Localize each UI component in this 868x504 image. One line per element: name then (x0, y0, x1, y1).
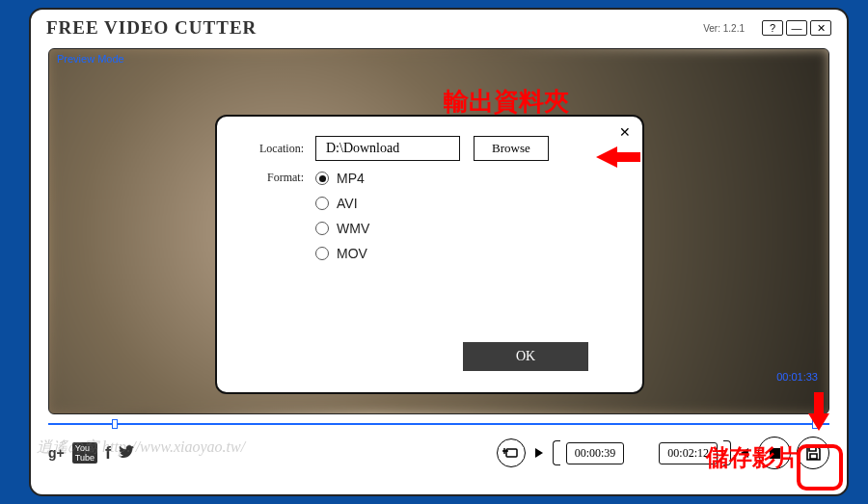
radio-icon (315, 172, 329, 185)
play-forward-icon[interactable] (535, 448, 543, 458)
location-input[interactable]: D:\Download (315, 136, 460, 161)
radio-icon (315, 247, 329, 260)
stop-icon (770, 448, 780, 459)
add-clip-button[interactable] (497, 438, 526, 467)
minimize-button[interactable]: — (786, 20, 807, 36)
end-time-input[interactable]: 00:02:12 (659, 442, 718, 464)
about-button[interactable]: ? (762, 20, 783, 36)
svg-rect-0 (506, 449, 517, 457)
bracket-close-icon (723, 440, 731, 465)
timeline-end-handle[interactable] (812, 419, 818, 429)
format-label: Format: (238, 171, 315, 185)
start-time-input[interactable]: 00:00:39 (566, 442, 625, 464)
close-button[interactable]: ✕ (810, 20, 831, 36)
video-preview-area: Preview Mode ✕ Location: D:\Download Bro… (48, 48, 829, 414)
app-window: FREE VIDEO CUTTER Ver: 1.2.1 ? — ✕ Previ… (29, 8, 849, 496)
titlebar: FREE VIDEO CUTTER Ver: 1.2.1 ? — ✕ (31, 10, 847, 42)
ok-button[interactable]: OK (463, 342, 588, 371)
play-backward-icon[interactable] (741, 448, 748, 458)
dialog-close-icon[interactable]: ✕ (619, 124, 631, 141)
timeline-start-handle[interactable] (112, 419, 118, 429)
total-time: 00:01:33 (776, 371, 818, 383)
browse-button[interactable]: Browse (474, 136, 549, 161)
save-dialog: ✕ Location: D:\Download Browse Format: M… (215, 115, 644, 394)
location-label: Location: (238, 142, 315, 156)
format-option-mp4[interactable]: MP4 (315, 171, 369, 186)
preview-mode-label: Preview Mode (57, 53, 124, 65)
save-button[interactable] (797, 437, 829, 469)
app-title: FREE VIDEO CUTTER (46, 17, 257, 39)
radio-icon (315, 197, 329, 210)
version-label: Ver: 1.2.1 (703, 23, 745, 34)
timeline-track (48, 423, 829, 425)
watermark: 逍遙の窩 http://www.xiaoyao.tw/ (37, 438, 245, 458)
timeline[interactable] (48, 418, 829, 430)
format-option-avi[interactable]: AVI (315, 196, 369, 211)
bracket-open-icon (553, 440, 560, 465)
save-icon (804, 444, 822, 462)
format-option-mov[interactable]: MOV (315, 246, 369, 261)
radio-icon (315, 222, 329, 235)
format-option-wmv[interactable]: WMV (315, 221, 369, 236)
stop-button[interactable] (758, 437, 791, 469)
